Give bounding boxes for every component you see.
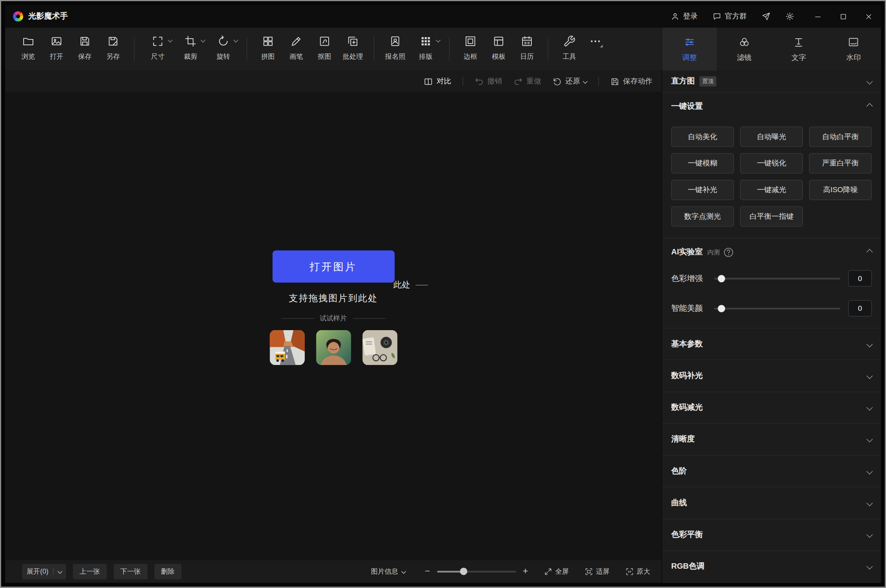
tab-text[interactable]: 文字: [772, 28, 826, 71]
undo-button[interactable]: 撤销: [475, 76, 502, 86]
restore-button[interactable]: 还原: [552, 76, 587, 86]
one-click-fill-light-button[interactable]: 一键补光: [671, 180, 734, 200]
chevron-up-icon[interactable]: [866, 249, 873, 256]
next-image-button[interactable]: 下一张: [113, 564, 147, 579]
toolbar-item-open[interactable]: 打开: [43, 28, 71, 71]
chevron-down-icon[interactable]: [866, 436, 873, 443]
digital-spot-metering-button[interactable]: 数字点测光: [671, 206, 734, 227]
toolbar-item-batch[interactable]: 批处理: [339, 28, 367, 71]
maximize-icon[interactable]: [839, 12, 848, 20]
auto-white-balance-button[interactable]: 自动白平衡: [809, 126, 872, 147]
tab-adjust[interactable]: 调整: [662, 28, 717, 71]
save-action-button[interactable]: 保存动作: [610, 76, 652, 86]
chevron-down-icon[interactable]: [201, 38, 205, 43]
toolbar-item-border[interactable]: 边框: [456, 28, 485, 71]
chevron-down-icon[interactable]: [866, 373, 873, 379]
chevron-down-icon[interactable]: [233, 38, 238, 43]
toolbar-item-crop[interactable]: 裁剪: [174, 28, 207, 71]
toolbar-item-brush[interactable]: 画笔: [282, 28, 311, 71]
toolbar-item-rotate[interactable]: 旋转: [207, 28, 240, 71]
official-group-button[interactable]: 官方群: [712, 11, 747, 21]
toolbar-item-tools[interactable]: 工具: [555, 28, 584, 71]
auto-exposure-button[interactable]: 自动曝光: [740, 126, 803, 147]
original-size-button[interactable]: 原大: [625, 567, 650, 576]
toolbar-item-save[interactable]: 保存: [71, 28, 99, 71]
chevron-down-icon[interactable]: [866, 500, 873, 506]
zoom-out-button[interactable]: −: [425, 567, 430, 576]
expand-filmstrip-button[interactable]: 展开(0): [22, 564, 66, 579]
sample-thumb-portrait[interactable]: [316, 330, 351, 365]
one-click-blur-button[interactable]: 一键模糊: [671, 153, 734, 174]
compare-button[interactable]: 对比: [423, 76, 451, 86]
sample-thumb-desert-bus[interactable]: [270, 330, 305, 365]
toolbar-item-size[interactable]: 尺寸: [142, 28, 174, 71]
section-one-click-settings[interactable]: 一键设置: [662, 93, 881, 120]
high-iso-denoise-button[interactable]: 高ISO降噪: [809, 180, 872, 200]
section-basic-params[interactable]: 基本参数: [662, 328, 881, 360]
sample-thumb-desk-flatlay[interactable]: [362, 330, 397, 365]
section-ai-lab[interactable]: AI实验室 内测: [662, 239, 881, 266]
white-balance-one-key-button[interactable]: 白平衡一指键: [740, 206, 803, 227]
auto-beautify-button[interactable]: 自动美化: [671, 126, 734, 147]
slider-knob[interactable]: [718, 275, 726, 282]
section-histogram[interactable]: 直方图 置顶: [662, 71, 881, 92]
slider-knob[interactable]: [718, 305, 726, 312]
color-enhance-value[interactable]: 0: [848, 270, 872, 286]
section-digital-fill-light[interactable]: 数码补光: [662, 360, 881, 392]
open-image-button[interactable]: 打开图片: [272, 251, 394, 283]
close-icon[interactable]: [864, 12, 873, 20]
titlebar: 光影魔术手 登录 官方群: [5, 5, 881, 27]
one-click-dim-light-button[interactable]: 一键减光: [740, 180, 803, 200]
chevron-down-icon[interactable]: [866, 532, 873, 538]
zoom-slider[interactable]: [437, 571, 516, 572]
toolbar-item-calendar[interactable]: 日历: [513, 28, 541, 71]
smart-beauty-slider[interactable]: [714, 304, 840, 312]
chevron-down-icon[interactable]: [168, 38, 172, 43]
redo-button[interactable]: 重做: [513, 76, 541, 86]
toolbar-item-save-as[interactable]: 另存: [99, 28, 127, 71]
section-color-balance[interactable]: 色彩平衡: [662, 519, 881, 551]
severe-white-balance-button[interactable]: 严重白平衡: [809, 153, 872, 174]
fullscreen-button[interactable]: 全屏: [544, 567, 568, 576]
toolbar-item-browse[interactable]: 浏览: [14, 28, 43, 71]
zoom-in-button[interactable]: +: [523, 567, 528, 576]
toolbar-item-collage[interactable]: 拼图: [254, 28, 282, 71]
image-info-button[interactable]: 图片信息: [371, 567, 406, 576]
toolbar-divider: [134, 37, 134, 61]
chevron-down-icon[interactable]: [57, 569, 62, 574]
section-curves[interactable]: 曲线: [662, 487, 881, 519]
chevron-down-icon[interactable]: [866, 468, 873, 474]
image-canvas[interactable]: 此处 打开图片 支持拖拽图片到此处 试试样片: [5, 92, 661, 560]
chevron-down-icon[interactable]: [436, 38, 440, 43]
section-levels[interactable]: 色阶: [662, 455, 881, 487]
tab-filter[interactable]: 滤镜: [717, 28, 771, 71]
toolbar-item-more[interactable]: [584, 28, 607, 71]
chevron-down-icon[interactable]: [866, 404, 873, 411]
chevron-down-icon[interactable]: [866, 78, 873, 85]
chevron-down-icon[interactable]: [866, 341, 873, 348]
section-digital-dim-light[interactable]: 数码减光: [662, 392, 881, 424]
settings-button[interactable]: [785, 12, 794, 21]
chevron-down-icon[interactable]: [583, 79, 587, 84]
tab-watermark[interactable]: 水印: [826, 28, 881, 71]
delete-image-button[interactable]: 删除: [154, 564, 181, 579]
section-rgb-tone[interactable]: RGB色调: [662, 551, 881, 583]
toolbar-item-layout[interactable]: 排版: [409, 28, 442, 71]
color-enhance-slider[interactable]: [714, 274, 840, 282]
toolbar-item-template[interactable]: 模板: [485, 28, 513, 71]
toolbar-item-cutout[interactable]: 抠图: [311, 28, 339, 71]
smart-beauty-value[interactable]: 0: [848, 300, 872, 316]
share-button[interactable]: [761, 12, 770, 21]
previous-image-button[interactable]: 上一张: [73, 564, 107, 579]
chevron-up-icon[interactable]: [866, 103, 873, 110]
fit-screen-button[interactable]: 适屏: [585, 567, 609, 576]
help-icon[interactable]: [722, 246, 734, 258]
chevron-down-icon[interactable]: [401, 569, 406, 574]
chevron-down-icon[interactable]: [866, 563, 873, 570]
one-click-sharpen-button[interactable]: 一键锐化: [740, 153, 803, 174]
zoom-slider-knob[interactable]: [460, 568, 468, 575]
section-clarity[interactable]: 清晰度: [662, 424, 881, 455]
minimize-icon[interactable]: [814, 12, 822, 20]
login-button[interactable]: 登录: [671, 11, 698, 21]
toolbar-item-id-photo[interactable]: 报名照: [381, 28, 409, 71]
